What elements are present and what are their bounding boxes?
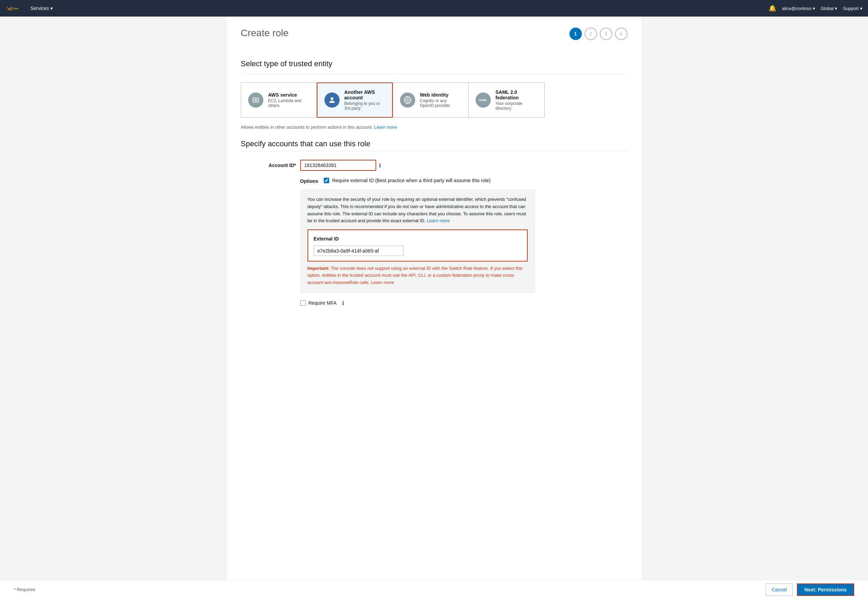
account-id-info-icon[interactable]: ℹ	[379, 162, 381, 169]
require-mfa-label: Require MFA	[309, 300, 337, 306]
aws-service-subtitle: EC2, Lambda and others	[268, 98, 310, 108]
region-label: Global	[821, 6, 834, 11]
options-label: Options	[300, 178, 318, 184]
saml-subtitle: Your corporate directory	[496, 101, 537, 111]
section-divider-1	[241, 74, 627, 74]
require-external-id-label: Require external ID (Best practice when …	[332, 178, 490, 183]
user-menu[interactable]: alice@contoso ▾	[782, 6, 815, 11]
require-mfa-checkbox[interactable]	[300, 300, 306, 306]
another-account-subtitle: Belonging to you or 3rd party	[344, 101, 385, 111]
account-id-input[interactable]	[300, 160, 376, 171]
require-mfa-row: Require MFA ℹ	[300, 300, 627, 306]
user-arrow-icon: ▾	[813, 6, 815, 11]
web-identity-subtitle: Cognito or any OpenID provider	[420, 98, 461, 108]
require-external-id-checkbox[interactable]	[324, 178, 329, 183]
footer: * Required Cancel Next: Permissions	[0, 580, 868, 599]
important-text: The console does not support using an ex…	[307, 266, 523, 285]
saml-card-text: SAML 2.0 federation Your corporate direc…	[496, 89, 537, 111]
accounts-section-title: Specify accounts that can use this role	[241, 139, 627, 148]
support-arrow-icon: ▾	[860, 6, 862, 11]
aws-service-icon	[248, 92, 263, 108]
aws-logo[interactable]: aws	[6, 3, 22, 14]
saml-title: SAML 2.0 federation	[496, 89, 537, 101]
info-box-learn-more-link[interactable]: Learn more	[427, 218, 450, 223]
next-permissions-button[interactable]: Next: Permissions	[797, 584, 854, 596]
page-title: Create role	[241, 28, 289, 39]
external-id-input[interactable]	[314, 246, 404, 256]
step-1[interactable]: 1	[570, 28, 582, 40]
step-2[interactable]: 2	[585, 28, 597, 40]
entity-card-another-aws-account[interactable]: Another AWS account Belonging to you or …	[317, 83, 393, 118]
account-id-row: Account ID* ℹ	[241, 160, 627, 171]
cancel-button[interactable]: Cancel	[766, 584, 793, 596]
trusted-entity-title: Select type of trusted entity	[241, 59, 627, 68]
services-arrow-icon: ▾	[50, 6, 53, 11]
svg-text:aws: aws	[14, 7, 19, 10]
support-menu[interactable]: Support ▾	[843, 6, 862, 11]
region-menu[interactable]: Global ▾	[821, 6, 838, 11]
options-row: Options Require external ID (Best practi…	[300, 178, 627, 184]
required-text: * Required	[14, 587, 35, 592]
services-label: Services	[30, 6, 49, 11]
important-learn-more-link[interactable]: Learn more	[371, 280, 394, 285]
region-arrow-icon: ▾	[835, 6, 837, 11]
svg-point-3	[331, 97, 333, 100]
trusted-entity-info: Allows entities in other accounts to per…	[241, 125, 627, 130]
require-external-id-checkbox-row: Require external ID (Best practice when …	[324, 178, 490, 183]
saml-icon: SAML	[476, 92, 491, 108]
entity-card-saml-federation[interactable]: SAML SAML 2.0 federation Your corporate …	[469, 83, 545, 118]
step-3[interactable]: 3	[600, 28, 612, 40]
step-wizard: 1 2 3 4	[570, 28, 627, 40]
bell-icon[interactable]: 🔔	[769, 5, 776, 12]
main-content: Create role 1 2 3 4 Select type of trust…	[227, 17, 641, 580]
web-identity-title: Web identity	[420, 92, 461, 98]
another-account-card-text: Another AWS account Belonging to you or …	[344, 89, 385, 111]
another-account-icon	[324, 92, 340, 108]
step-4[interactable]: 4	[615, 28, 627, 40]
top-area: Create role 1 2 3 4	[241, 28, 627, 48]
external-id-label: External ID	[314, 235, 521, 242]
navbar: aws Services ▾ 🔔 alice@contoso ▾ Global …	[0, 0, 868, 17]
user-label: alice@contoso	[782, 6, 811, 11]
support-label: Support	[843, 6, 859, 11]
entity-card-aws-service[interactable]: AWS service EC2, Lambda and others	[241, 83, 317, 118]
trusted-entity-learn-more-link[interactable]: Learn more	[374, 125, 397, 130]
entity-card-web-identity[interactable]: Web identity Cognito or any OpenID provi…	[393, 83, 469, 118]
external-id-box: External ID	[307, 229, 528, 261]
entity-cards: AWS service EC2, Lambda and others Anoth…	[241, 83, 627, 118]
web-identity-card-text: Web identity Cognito or any OpenID provi…	[420, 92, 461, 108]
aws-service-card-text: AWS service EC2, Lambda and others	[268, 92, 310, 108]
important-label: Important:	[307, 266, 330, 271]
mfa-info-icon[interactable]: ℹ	[342, 300, 344, 306]
navbar-right: 🔔 alice@contoso ▾ Global ▾ Support ▾	[769, 5, 862, 12]
important-notice: Important: The console does not support …	[307, 265, 528, 286]
section-divider-2	[241, 151, 627, 152]
another-account-title: Another AWS account	[344, 89, 385, 101]
aws-service-title: AWS service	[268, 92, 310, 98]
svg-rect-2	[255, 99, 257, 101]
account-id-label: Account ID*	[241, 163, 296, 168]
external-id-info-box: You can increase the security of your ro…	[300, 190, 535, 293]
services-menu[interactable]: Services ▾	[28, 6, 56, 11]
footer-buttons: Cancel Next: Permissions	[766, 584, 854, 596]
web-identity-icon	[400, 92, 415, 108]
